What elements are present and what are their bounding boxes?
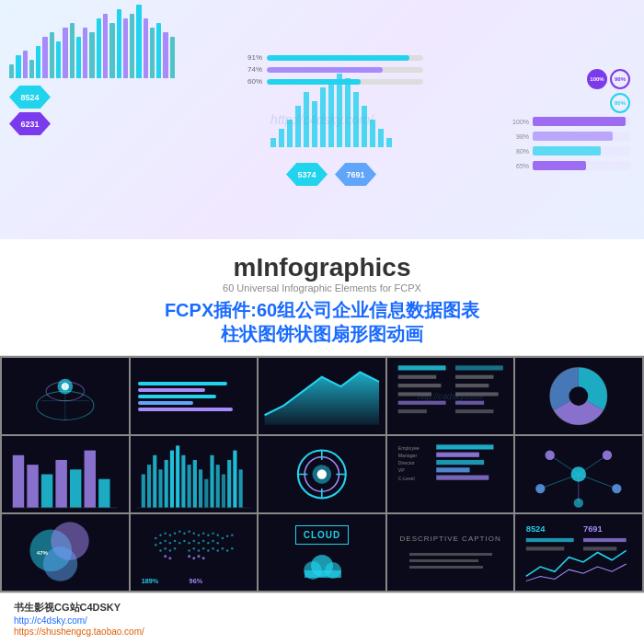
svg-rect-8 [455,365,503,370]
svg-point-75 [613,484,622,493]
svg-point-88 [188,530,190,532]
svg-rect-42 [215,465,219,508]
circle-80: 80% [610,93,630,113]
svg-point-74 [536,484,546,493]
thumb-3-5: 8524 7691 [515,514,642,591]
svg-point-90 [197,535,199,536]
h-bar-row-1: 100% [511,117,630,126]
prog-row-1: 91% [239,53,423,62]
svg-point-71 [571,466,587,482]
thumb-thin-bars-svg [131,436,258,512]
svg-point-100 [164,540,166,542]
svg-rect-45 [233,451,236,508]
svg-rect-27 [98,479,109,508]
prog-track-2 [267,67,423,73]
svg-rect-32 [158,469,162,508]
svg-rect-18 [455,409,494,413]
desc-lines-svg [409,553,492,576]
h-bar-label-4: 65% [511,163,529,169]
thumb-1-4: http://c4dsky.com/ [387,358,514,434]
svg-rect-61 [436,444,493,449]
thumb-1-5 [515,358,642,434]
thumb-1-1 [2,358,129,434]
svg-rect-41 [210,455,213,508]
circle-98: 98% [610,69,630,89]
thumb-data-list [387,358,514,434]
line-4 [138,401,194,405]
svg-point-82 [159,535,161,536]
thumb-lines [131,374,258,419]
line-2 [138,388,205,392]
svg-rect-33 [164,460,167,508]
line-1 [138,382,227,385]
h-bar-fill-1 [533,117,626,126]
svg-point-73 [603,451,612,460]
svg-rect-31 [153,455,156,508]
svg-point-81 [155,537,156,539]
thumb-toggle-svg [259,436,385,512]
svg-rect-23 [41,475,52,508]
svg-rect-11 [398,384,442,387]
svg-point-83 [164,533,166,535]
svg-point-89 [192,533,194,535]
thumb-nums-svg: 8524 7691 [515,514,642,591]
svg-point-121 [212,547,213,549]
svg-rect-138 [409,553,492,556]
svg-rect-145 [526,546,565,550]
cloud-icon-svg [294,552,350,580]
hex-6231: 6231 [9,112,51,135]
thumbnails-grid: http://c4dsky.com/ [0,356,644,592]
top-charts: 8524 6231 91% 74% [0,0,644,239]
left-chart-section: 8524 6231 [9,9,175,230]
svg-point-87 [183,533,185,535]
svg-point-107 [197,542,199,544]
svg-rect-40 [204,479,208,508]
svg-rect-137 [305,570,341,578]
thumb-2-4: Employee Manager Director VP C-Level [387,436,514,512]
svg-text:Employee: Employee [398,445,420,451]
prog-label-2: 74% [239,65,262,74]
svg-point-109 [207,542,209,544]
thumb-radial-svg [2,358,129,434]
svg-point-85 [173,533,175,535]
svg-rect-146 [583,546,616,550]
svg-text:VP: VP [398,467,405,473]
svg-marker-6 [265,373,380,425]
thumb-2-3 [259,436,385,512]
svg-rect-37 [187,465,190,508]
svg-point-97 [231,535,233,536]
svg-point-51 [317,469,327,478]
brand-prefix: m [234,253,257,282]
svg-rect-14 [455,392,499,396]
h-bar-label-3: 80% [511,148,529,155]
svg-point-20 [569,386,589,406]
svg-point-96 [225,535,227,537]
svg-rect-24 [55,460,66,508]
thumb-3-4: DESCRIPTIVE CAPTION [387,514,514,591]
thumb-network-svg [515,436,642,512]
h-bar-label-1: 100% [511,119,529,125]
main-title: FCPX插件:60组公司企业信息数据图表 柱状图饼状图扇形图动画 [165,298,479,346]
svg-point-102 [173,540,175,542]
line-3 [138,395,216,398]
svg-point-129 [192,557,195,559]
svg-point-95 [221,537,223,539]
svg-rect-65 [436,476,489,480]
bottom-url: http://c4dsky.com/ [14,615,630,626]
hex-8524: 8524 [9,86,51,109]
prog-fill-2 [267,67,383,73]
svg-point-98 [155,544,156,546]
svg-point-76 [574,498,583,507]
middle-chart-section: 91% 74% 60% [184,9,478,230]
title-section: mInfographics 60 Universal Infographic E… [0,239,644,356]
svg-rect-35 [176,445,179,507]
prog-row-2: 74% [239,65,423,74]
svg-point-84 [168,535,170,536]
svg-point-99 [159,542,161,544]
h-bar-fill-4 [533,161,586,170]
thumb-area-svg [259,358,385,434]
svg-point-92 [207,535,209,536]
descriptive-caption: DESCRIPTIVE CAPTION [396,530,506,547]
circles-right: 100% 98% 80% [587,69,630,113]
h-bar-fill-3 [533,146,601,155]
